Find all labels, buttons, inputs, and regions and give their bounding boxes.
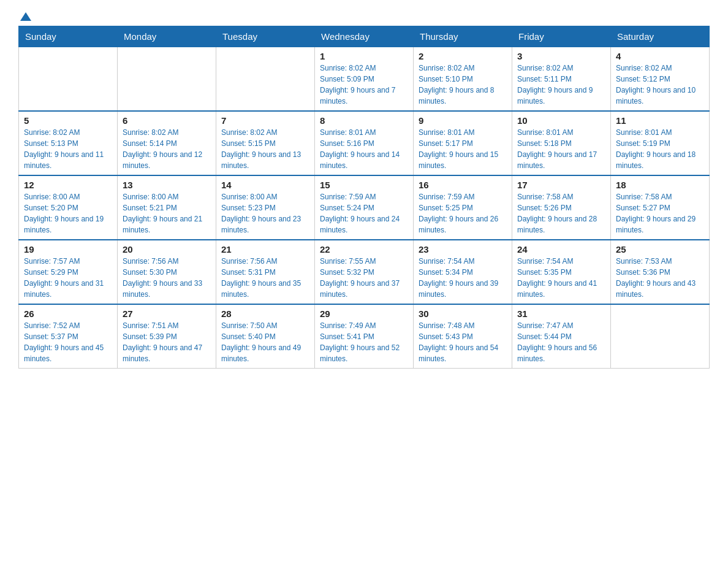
sun-info: Sunrise: 8:00 AMSunset: 5:20 PMDaylight:… [24, 191, 112, 236]
sun-info: Sunrise: 7:52 AMSunset: 5:37 PMDaylight:… [24, 320, 112, 364]
calendar-cell: 18Sunrise: 7:58 AMSunset: 5:27 PMDayligh… [611, 175, 710, 240]
day-number: 21 [221, 244, 309, 255]
calendar-week-4: 19Sunrise: 7:57 AMSunset: 5:29 PMDayligh… [19, 240, 710, 304]
day-number: 18 [616, 180, 704, 190]
day-number: 4 [616, 51, 704, 61]
sun-info: Sunrise: 8:02 AMSunset: 5:11 PMDaylight:… [517, 63, 605, 107]
calendar-week-2: 5Sunrise: 8:02 AMSunset: 5:13 PMDaylight… [19, 111, 710, 175]
calendar-week-5: 26Sunrise: 7:52 AMSunset: 5:37 PMDayligh… [19, 304, 710, 369]
sun-info: Sunrise: 7:47 AMSunset: 5:44 PMDaylight:… [517, 320, 605, 364]
logo-line1 [18, 12, 31, 22]
calendar-cell: 20Sunrise: 7:56 AMSunset: 5:30 PMDayligh… [118, 240, 216, 304]
sun-info: Sunrise: 8:02 AMSunset: 5:15 PMDaylight:… [221, 127, 309, 171]
sun-info: Sunrise: 7:53 AMSunset: 5:36 PMDaylight:… [616, 256, 704, 300]
calendar-week-3: 12Sunrise: 8:00 AMSunset: 5:20 PMDayligh… [19, 175, 710, 240]
calendar-cell: 26Sunrise: 7:52 AMSunset: 5:37 PMDayligh… [19, 304, 118, 369]
calendar-cell: 12Sunrise: 8:00 AMSunset: 5:20 PMDayligh… [19, 175, 118, 240]
day-number: 25 [616, 244, 704, 255]
calendar-cell: 6Sunrise: 8:02 AMSunset: 5:14 PMDaylight… [118, 111, 216, 175]
days-of-week-row: SundayMondayTuesdayWednesdayThursdayFrid… [19, 26, 710, 47]
sun-info: Sunrise: 7:55 AMSunset: 5:32 PMDaylight:… [320, 256, 408, 300]
sun-info: Sunrise: 8:01 AMSunset: 5:16 PMDaylight:… [320, 127, 408, 171]
sun-info: Sunrise: 8:01 AMSunset: 5:18 PMDaylight:… [517, 127, 605, 171]
day-number: 17 [517, 180, 605, 190]
day-number: 2 [419, 51, 507, 61]
day-of-week-thursday: Thursday [414, 26, 512, 47]
sun-info: Sunrise: 8:02 AMSunset: 5:13 PMDaylight:… [24, 127, 112, 171]
day-number: 24 [517, 244, 605, 255]
calendar-cell: 25Sunrise: 7:53 AMSunset: 5:36 PMDayligh… [611, 240, 710, 304]
sun-info: Sunrise: 8:01 AMSunset: 5:17 PMDaylight:… [419, 127, 507, 171]
calendar-cell: 27Sunrise: 7:51 AMSunset: 5:39 PMDayligh… [118, 304, 216, 369]
day-number: 6 [123, 115, 211, 126]
calendar-cell [19, 47, 118, 112]
calendar-cell: 3Sunrise: 8:02 AMSunset: 5:11 PMDaylight… [512, 47, 611, 112]
day-number: 26 [24, 308, 112, 319]
day-number: 19 [24, 244, 112, 255]
calendar-cell: 22Sunrise: 7:55 AMSunset: 5:32 PMDayligh… [315, 240, 414, 304]
calendar-cell: 15Sunrise: 7:59 AMSunset: 5:24 PMDayligh… [315, 175, 414, 240]
calendar-cell: 31Sunrise: 7:47 AMSunset: 5:44 PMDayligh… [512, 304, 611, 369]
calendar-cell: 30Sunrise: 7:48 AMSunset: 5:43 PMDayligh… [414, 304, 512, 369]
calendar-cell: 13Sunrise: 8:00 AMSunset: 5:21 PMDayligh… [118, 175, 216, 240]
sun-info: Sunrise: 7:58 AMSunset: 5:27 PMDaylight:… [616, 191, 704, 236]
day-number: 15 [320, 180, 408, 190]
day-number: 23 [419, 244, 507, 255]
day-of-week-tuesday: Tuesday [216, 26, 315, 47]
sun-info: Sunrise: 7:56 AMSunset: 5:30 PMDaylight:… [123, 256, 211, 300]
sun-info: Sunrise: 7:58 AMSunset: 5:26 PMDaylight:… [517, 191, 605, 236]
calendar-cell: 2Sunrise: 8:02 AMSunset: 5:10 PMDaylight… [414, 47, 512, 112]
sun-info: Sunrise: 8:02 AMSunset: 5:14 PMDaylight:… [123, 127, 211, 171]
day-number: 30 [419, 308, 507, 319]
calendar-cell: 5Sunrise: 8:02 AMSunset: 5:13 PMDaylight… [19, 111, 118, 175]
day-of-week-saturday: Saturday [611, 26, 710, 47]
day-number: 8 [320, 115, 408, 126]
calendar-cell [118, 47, 216, 112]
day-number: 16 [419, 180, 507, 190]
page-header [18, 12, 710, 20]
day-of-week-friday: Friday [512, 26, 611, 47]
sun-info: Sunrise: 7:54 AMSunset: 5:34 PMDaylight:… [419, 256, 507, 300]
day-number: 10 [517, 115, 605, 126]
day-number: 31 [517, 308, 605, 319]
calendar-cell: 19Sunrise: 7:57 AMSunset: 5:29 PMDayligh… [19, 240, 118, 304]
day-number: 27 [123, 308, 211, 319]
sun-info: Sunrise: 8:00 AMSunset: 5:23 PMDaylight:… [221, 191, 309, 236]
day-number: 5 [24, 115, 112, 126]
calendar-cell: 17Sunrise: 7:58 AMSunset: 5:26 PMDayligh… [512, 175, 611, 240]
calendar-week-1: 1Sunrise: 8:02 AMSunset: 5:09 PMDaylight… [19, 47, 710, 112]
calendar-cell: 28Sunrise: 7:50 AMSunset: 5:40 PMDayligh… [216, 304, 315, 369]
sun-info: Sunrise: 7:48 AMSunset: 5:43 PMDaylight:… [419, 320, 507, 364]
day-number: 1 [320, 51, 408, 61]
day-number: 22 [320, 244, 408, 255]
day-number: 12 [24, 180, 112, 190]
day-number: 13 [123, 180, 211, 190]
day-number: 28 [221, 308, 309, 319]
calendar-cell: 7Sunrise: 8:02 AMSunset: 5:15 PMDaylight… [216, 111, 315, 175]
calendar-body: 1Sunrise: 8:02 AMSunset: 5:09 PMDaylight… [19, 47, 710, 369]
calendar-cell [611, 304, 710, 369]
calendar-header: SundayMondayTuesdayWednesdayThursdayFrid… [19, 26, 710, 47]
calendar-cell: 1Sunrise: 8:02 AMSunset: 5:09 PMDaylight… [315, 47, 414, 112]
sun-info: Sunrise: 7:57 AMSunset: 5:29 PMDaylight:… [24, 256, 112, 300]
day-of-week-wednesday: Wednesday [315, 26, 414, 47]
day-number: 3 [517, 51, 605, 61]
calendar-cell: 29Sunrise: 7:49 AMSunset: 5:41 PMDayligh… [315, 304, 414, 369]
sun-info: Sunrise: 7:59 AMSunset: 5:25 PMDaylight:… [419, 191, 507, 236]
logo-triangle-icon [20, 12, 31, 21]
sun-info: Sunrise: 7:59 AMSunset: 5:24 PMDaylight:… [320, 191, 408, 236]
sun-info: Sunrise: 7:56 AMSunset: 5:31 PMDaylight:… [221, 256, 309, 300]
calendar-cell: 4Sunrise: 8:02 AMSunset: 5:12 PMDaylight… [611, 47, 710, 112]
calendar-cell: 9Sunrise: 8:01 AMSunset: 5:17 PMDaylight… [414, 111, 512, 175]
logo [18, 12, 31, 20]
calendar-cell: 16Sunrise: 7:59 AMSunset: 5:25 PMDayligh… [414, 175, 512, 240]
sun-info: Sunrise: 7:49 AMSunset: 5:41 PMDaylight:… [320, 320, 408, 364]
calendar-cell: 23Sunrise: 7:54 AMSunset: 5:34 PMDayligh… [414, 240, 512, 304]
day-of-week-sunday: Sunday [19, 26, 118, 47]
day-number: 11 [616, 115, 704, 126]
sun-info: Sunrise: 7:51 AMSunset: 5:39 PMDaylight:… [123, 320, 211, 364]
sun-info: Sunrise: 7:54 AMSunset: 5:35 PMDaylight:… [517, 256, 605, 300]
calendar-cell: 11Sunrise: 8:01 AMSunset: 5:19 PMDayligh… [611, 111, 710, 175]
sun-info: Sunrise: 8:02 AMSunset: 5:09 PMDaylight:… [320, 63, 408, 107]
sun-info: Sunrise: 8:01 AMSunset: 5:19 PMDaylight:… [616, 127, 704, 171]
